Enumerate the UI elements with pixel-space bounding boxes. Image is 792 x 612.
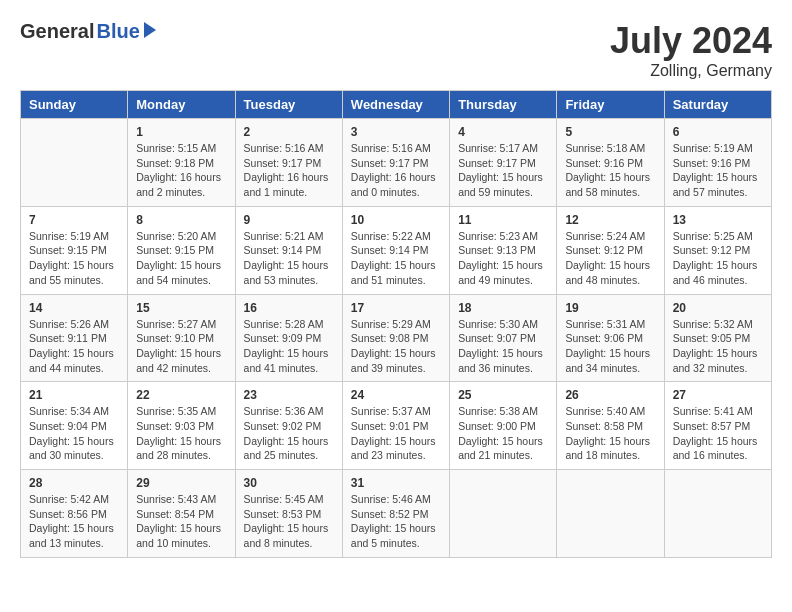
day-info: Sunrise: 5:40 AMSunset: 8:58 PMDaylight:… xyxy=(565,404,655,463)
day-info: Sunrise: 5:22 AMSunset: 9:14 PMDaylight:… xyxy=(351,229,441,288)
logo: General Blue xyxy=(20,20,156,43)
day-number: 19 xyxy=(565,301,655,315)
day-cell: 7Sunrise: 5:19 AMSunset: 9:15 PMDaylight… xyxy=(21,206,128,294)
day-cell: 31Sunrise: 5:46 AMSunset: 8:52 PMDayligh… xyxy=(342,470,449,558)
day-cell: 21Sunrise: 5:34 AMSunset: 9:04 PMDayligh… xyxy=(21,382,128,470)
day-info: Sunrise: 5:15 AMSunset: 9:18 PMDaylight:… xyxy=(136,141,226,200)
day-number: 11 xyxy=(458,213,548,227)
day-info: Sunrise: 5:36 AMSunset: 9:02 PMDaylight:… xyxy=(244,404,334,463)
column-header-monday: Monday xyxy=(128,91,235,119)
logo-blue: Blue xyxy=(96,20,139,43)
day-cell: 26Sunrise: 5:40 AMSunset: 8:58 PMDayligh… xyxy=(557,382,664,470)
day-number: 31 xyxy=(351,476,441,490)
day-info: Sunrise: 5:21 AMSunset: 9:14 PMDaylight:… xyxy=(244,229,334,288)
day-cell: 11Sunrise: 5:23 AMSunset: 9:13 PMDayligh… xyxy=(450,206,557,294)
week-row-4: 21Sunrise: 5:34 AMSunset: 9:04 PMDayligh… xyxy=(21,382,772,470)
day-info: Sunrise: 5:16 AMSunset: 9:17 PMDaylight:… xyxy=(351,141,441,200)
week-row-1: 1Sunrise: 5:15 AMSunset: 9:18 PMDaylight… xyxy=(21,119,772,207)
day-number: 15 xyxy=(136,301,226,315)
day-info: Sunrise: 5:45 AMSunset: 8:53 PMDaylight:… xyxy=(244,492,334,551)
day-number: 8 xyxy=(136,213,226,227)
day-cell: 30Sunrise: 5:45 AMSunset: 8:53 PMDayligh… xyxy=(235,470,342,558)
day-info: Sunrise: 5:29 AMSunset: 9:08 PMDaylight:… xyxy=(351,317,441,376)
day-number: 4 xyxy=(458,125,548,139)
day-number: 14 xyxy=(29,301,119,315)
day-cell: 8Sunrise: 5:20 AMSunset: 9:15 PMDaylight… xyxy=(128,206,235,294)
calendar-header-row: SundayMondayTuesdayWednesdayThursdayFrid… xyxy=(21,91,772,119)
day-info: Sunrise: 5:37 AMSunset: 9:01 PMDaylight:… xyxy=(351,404,441,463)
logo-general: General xyxy=(20,20,94,43)
day-cell: 17Sunrise: 5:29 AMSunset: 9:08 PMDayligh… xyxy=(342,294,449,382)
day-cell: 27Sunrise: 5:41 AMSunset: 8:57 PMDayligh… xyxy=(664,382,771,470)
day-cell: 16Sunrise: 5:28 AMSunset: 9:09 PMDayligh… xyxy=(235,294,342,382)
day-cell xyxy=(450,470,557,558)
day-cell: 1Sunrise: 5:15 AMSunset: 9:18 PMDaylight… xyxy=(128,119,235,207)
day-info: Sunrise: 5:18 AMSunset: 9:16 PMDaylight:… xyxy=(565,141,655,200)
day-info: Sunrise: 5:17 AMSunset: 9:17 PMDaylight:… xyxy=(458,141,548,200)
day-cell xyxy=(21,119,128,207)
day-cell: 29Sunrise: 5:43 AMSunset: 8:54 PMDayligh… xyxy=(128,470,235,558)
column-header-sunday: Sunday xyxy=(21,91,128,119)
day-number: 1 xyxy=(136,125,226,139)
day-number: 23 xyxy=(244,388,334,402)
day-number: 18 xyxy=(458,301,548,315)
day-info: Sunrise: 5:46 AMSunset: 8:52 PMDaylight:… xyxy=(351,492,441,551)
location: Zolling, Germany xyxy=(610,62,772,80)
day-cell xyxy=(557,470,664,558)
day-cell: 14Sunrise: 5:26 AMSunset: 9:11 PMDayligh… xyxy=(21,294,128,382)
column-header-thursday: Thursday xyxy=(450,91,557,119)
day-cell: 22Sunrise: 5:35 AMSunset: 9:03 PMDayligh… xyxy=(128,382,235,470)
day-info: Sunrise: 5:26 AMSunset: 9:11 PMDaylight:… xyxy=(29,317,119,376)
day-cell: 20Sunrise: 5:32 AMSunset: 9:05 PMDayligh… xyxy=(664,294,771,382)
day-info: Sunrise: 5:31 AMSunset: 9:06 PMDaylight:… xyxy=(565,317,655,376)
day-cell: 5Sunrise: 5:18 AMSunset: 9:16 PMDaylight… xyxy=(557,119,664,207)
day-number: 22 xyxy=(136,388,226,402)
day-cell: 28Sunrise: 5:42 AMSunset: 8:56 PMDayligh… xyxy=(21,470,128,558)
day-number: 28 xyxy=(29,476,119,490)
day-cell: 4Sunrise: 5:17 AMSunset: 9:17 PMDaylight… xyxy=(450,119,557,207)
day-number: 26 xyxy=(565,388,655,402)
day-info: Sunrise: 5:34 AMSunset: 9:04 PMDaylight:… xyxy=(29,404,119,463)
month-title: July 2024 xyxy=(610,20,772,62)
day-number: 24 xyxy=(351,388,441,402)
day-cell: 19Sunrise: 5:31 AMSunset: 9:06 PMDayligh… xyxy=(557,294,664,382)
day-number: 3 xyxy=(351,125,441,139)
day-cell: 13Sunrise: 5:25 AMSunset: 9:12 PMDayligh… xyxy=(664,206,771,294)
day-number: 6 xyxy=(673,125,763,139)
column-header-tuesday: Tuesday xyxy=(235,91,342,119)
week-row-2: 7Sunrise: 5:19 AMSunset: 9:15 PMDaylight… xyxy=(21,206,772,294)
day-number: 12 xyxy=(565,213,655,227)
day-info: Sunrise: 5:23 AMSunset: 9:13 PMDaylight:… xyxy=(458,229,548,288)
day-info: Sunrise: 5:16 AMSunset: 9:17 PMDaylight:… xyxy=(244,141,334,200)
column-header-wednesday: Wednesday xyxy=(342,91,449,119)
day-info: Sunrise: 5:38 AMSunset: 9:00 PMDaylight:… xyxy=(458,404,548,463)
column-header-saturday: Saturday xyxy=(664,91,771,119)
day-cell: 9Sunrise: 5:21 AMSunset: 9:14 PMDaylight… xyxy=(235,206,342,294)
day-cell: 24Sunrise: 5:37 AMSunset: 9:01 PMDayligh… xyxy=(342,382,449,470)
day-cell: 10Sunrise: 5:22 AMSunset: 9:14 PMDayligh… xyxy=(342,206,449,294)
day-info: Sunrise: 5:43 AMSunset: 8:54 PMDaylight:… xyxy=(136,492,226,551)
day-cell: 25Sunrise: 5:38 AMSunset: 9:00 PMDayligh… xyxy=(450,382,557,470)
day-info: Sunrise: 5:41 AMSunset: 8:57 PMDaylight:… xyxy=(673,404,763,463)
day-number: 7 xyxy=(29,213,119,227)
day-info: Sunrise: 5:24 AMSunset: 9:12 PMDaylight:… xyxy=(565,229,655,288)
day-number: 21 xyxy=(29,388,119,402)
day-number: 29 xyxy=(136,476,226,490)
day-number: 25 xyxy=(458,388,548,402)
day-number: 27 xyxy=(673,388,763,402)
day-cell: 2Sunrise: 5:16 AMSunset: 9:17 PMDaylight… xyxy=(235,119,342,207)
day-cell: 12Sunrise: 5:24 AMSunset: 9:12 PMDayligh… xyxy=(557,206,664,294)
day-number: 10 xyxy=(351,213,441,227)
page-header: General Blue July 2024 Zolling, Germany xyxy=(20,20,772,80)
day-info: Sunrise: 5:32 AMSunset: 9:05 PMDaylight:… xyxy=(673,317,763,376)
day-number: 30 xyxy=(244,476,334,490)
day-number: 2 xyxy=(244,125,334,139)
day-cell: 23Sunrise: 5:36 AMSunset: 9:02 PMDayligh… xyxy=(235,382,342,470)
day-cell: 6Sunrise: 5:19 AMSunset: 9:16 PMDaylight… xyxy=(664,119,771,207)
calendar-table: SundayMondayTuesdayWednesdayThursdayFrid… xyxy=(20,90,772,558)
day-number: 9 xyxy=(244,213,334,227)
title-section: July 2024 Zolling, Germany xyxy=(610,20,772,80)
day-info: Sunrise: 5:30 AMSunset: 9:07 PMDaylight:… xyxy=(458,317,548,376)
day-info: Sunrise: 5:42 AMSunset: 8:56 PMDaylight:… xyxy=(29,492,119,551)
week-row-3: 14Sunrise: 5:26 AMSunset: 9:11 PMDayligh… xyxy=(21,294,772,382)
